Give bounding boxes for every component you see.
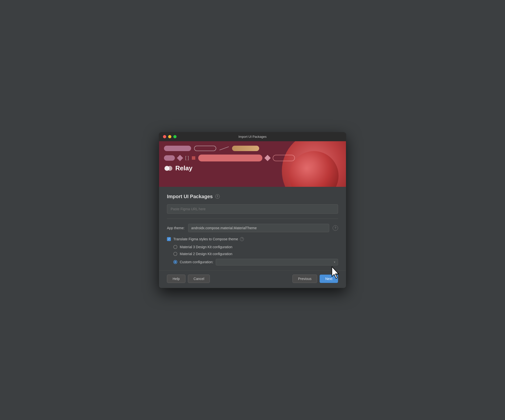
checkmark-icon: ✓ — [168, 238, 170, 240]
title-help-icon[interactable]: ? — [215, 194, 220, 199]
left-buttons: Help Cancel — [167, 275, 210, 283]
radio-custom[interactable] — [173, 260, 177, 264]
app-theme-help-icon[interactable]: ? — [333, 225, 338, 231]
dec-pill-6 — [273, 155, 295, 161]
relay-logo-text: Relay — [175, 164, 192, 172]
dec-diamond-2 — [264, 155, 271, 161]
window-controls — [163, 135, 177, 138]
page-title-area: Import UI Packages ? — [167, 194, 338, 199]
radio-group: Material 3 Design Kit configuration Mate… — [173, 245, 338, 265]
dec-square — [192, 156, 195, 160]
bottom-bar: Help Cancel Previous Next — [159, 270, 346, 288]
dec-pill-4 — [164, 155, 175, 161]
dec-diamond-1 — [177, 155, 183, 161]
next-button[interactable]: Next — [320, 275, 338, 283]
help-button[interactable]: Help — [167, 275, 185, 283]
radio-custom-label: Custom configuration: — [180, 260, 213, 264]
hero-decoration-row1 — [164, 146, 341, 151]
dec-pill-2 — [194, 146, 216, 151]
dec-pill-3 — [232, 146, 259, 151]
main-content: Import UI Packages ? App theme: ? ✓ Tran… — [159, 187, 346, 270]
title-bar: Import UI Packages — [159, 132, 346, 141]
maximize-button[interactable] — [173, 135, 177, 138]
translate-checkbox[interactable]: ✓ — [167, 237, 171, 241]
relay-logo-area: Relay — [164, 164, 341, 173]
radio-material3-row[interactable]: Material 3 Design Kit configuration — [173, 245, 338, 249]
figma-url-input[interactable] — [167, 204, 338, 214]
radio-material3-label: Material 3 Design Kit configuration — [180, 245, 232, 249]
dec-bracket: [ ] — [185, 155, 189, 160]
dec-pill-1 — [164, 146, 191, 151]
translate-help-icon[interactable]: ? — [240, 237, 244, 241]
window-title: Import UI Packages — [238, 135, 267, 139]
svg-point-1 — [167, 166, 172, 171]
dec-line — [219, 146, 229, 150]
custom-config-dropdown[interactable]: ▾ — [216, 259, 338, 265]
minimize-button[interactable] — [168, 135, 171, 138]
main-window: Import UI Packages [ ] — [159, 132, 346, 288]
chevron-down-icon: ▾ — [334, 261, 335, 264]
previous-button[interactable]: Previous — [292, 275, 317, 283]
radio-material2[interactable] — [173, 252, 177, 256]
divider — [167, 219, 338, 219]
radio-material2-label: Material 2 Design Kit configuration — [180, 252, 232, 256]
translate-checkbox-row[interactable]: ✓ Translate Figma styles to Compose them… — [167, 237, 338, 241]
custom-config-area: ▾ — [216, 259, 338, 265]
radio-material2-row[interactable]: Material 2 Design Kit configuration — [173, 252, 338, 256]
app-theme-label: App theme: — [167, 226, 185, 230]
radio-custom-row[interactable]: Custom configuration: ▾ — [173, 259, 338, 265]
relay-logo-icon — [164, 164, 173, 173]
hero-banner: [ ] Relay — [159, 141, 346, 187]
translate-checkbox-label: Translate Figma styles to Compose theme … — [173, 237, 244, 241]
app-theme-input[interactable] — [188, 224, 329, 232]
radio-material3[interactable] — [173, 245, 177, 249]
app-theme-row: App theme: ? — [167, 224, 338, 232]
close-button[interactable] — [163, 135, 166, 138]
hero-decoration-row2: [ ] — [164, 155, 341, 161]
page-title: Import UI Packages — [167, 194, 213, 199]
cancel-button[interactable]: Cancel — [188, 275, 210, 283]
dec-pill-5 — [198, 155, 262, 161]
right-buttons: Previous Next — [292, 275, 338, 283]
